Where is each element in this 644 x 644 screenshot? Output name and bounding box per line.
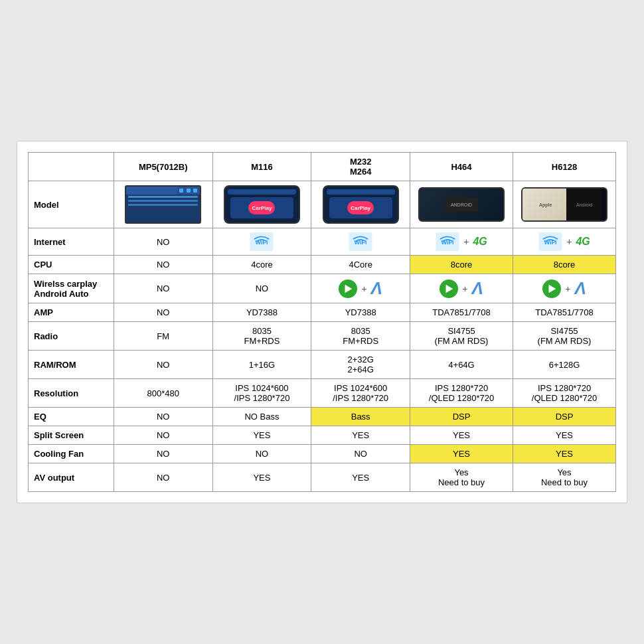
radio-m232: 8035FM+RDS [311,322,410,351]
play-icon-m232 [342,283,354,295]
ramrom-mp5: NO [114,351,212,379]
table-row-ramrom: RAM/ROM NO 1+16G 2+32G2+64G 4+64G 6+128G [29,351,616,379]
cpu-mp5: NO [114,256,212,274]
carplay-icons-m232: + Λ [314,278,407,299]
table-row-coolingfan: Cooling Fan NO NO NO YES YES [29,445,616,463]
model-h464: ANDROID [410,181,513,228]
g4-badge-h6128: 4G [576,236,590,248]
feature-label-coolingfan: Cooling Fan [29,445,114,463]
resolution-h464: IPS 1280*720/QLED 1280*720 [410,379,513,408]
feature-label-radio: Radio [29,322,114,351]
internet-h6128: WiFi + 4G [513,228,616,256]
ramrom-m116: 1+16G [212,351,311,379]
splitscreen-m232: YES [311,426,410,445]
model-m232: CarPlay [311,181,410,228]
table-header-row: MP5(7012B) M116 M232M264 H464 H6128 [29,153,616,181]
feature-label-carplay: Wirelss carplayAndroid Auto [29,274,114,303]
ramrom-h6128: 6+128G [513,351,616,379]
android-auto-icon-m232: Λ [371,278,382,299]
ramrom-m232: 2+32G2+64G [311,351,410,379]
feature-label-internet: Internet [29,228,114,256]
amp-h464: TDA7851/7708 [410,303,513,322]
eq-m116: NO Bass [212,408,311,426]
splitscreen-m116: YES [212,426,311,445]
android-auto-icon-h6128: Λ [574,278,586,299]
internet-mp5: NO [114,228,212,256]
comparison-table-wrapper: MP5(7012B) M116 M232M264 H464 H6128 Mode [17,141,627,503]
eq-h6128: DSP [513,408,616,426]
avoutput-m116: YES [212,463,311,492]
eq-h464: DSP [410,408,513,426]
resolution-mp5: 800*480 [114,379,212,408]
model-m116: CarPlay [212,181,311,228]
carplay-m232: + Λ [311,274,410,303]
play-icon-h464 [443,283,455,295]
wifi-4g-cell-h6128: WiFi + 4G [516,232,613,251]
table-row-radio: Radio FM 8035FM+RDS 8035FM+RDS SI4755(FM… [29,322,616,351]
android-auto-icon-h464: Λ [471,278,483,299]
coolingfan-m116: NO [212,445,311,463]
coolingfan-h6128: YES [513,445,616,463]
carplay-icon-h464 [440,280,458,298]
plus-sign-h464: + [463,236,469,247]
col-m116: M116 [212,153,311,181]
amp-mp5: NO [114,303,212,322]
cpu-m116: 4core [212,256,311,274]
col-mp5: MP5(7012B) [114,153,212,181]
plus-sign-carplay-h464: + [462,283,467,294]
carplay-h464: + Λ [410,274,513,303]
internet-m116: WiFi [212,228,311,256]
table-row-internet: Internet NO WiFi [29,228,616,256]
feature-label-cpu: CPU [29,256,114,274]
avoutput-m232: YES [311,463,410,492]
play-icon-h6128 [546,283,558,295]
table-row-amp: AMP NO YD7388 YD7388 TDA7851/7708 TDA785… [29,303,616,322]
col-h464: H464 [410,153,513,181]
wifi-icon-m116: WiFi [250,232,274,251]
feature-label-splitscreen: Split Screen [29,426,114,445]
plus-sign-carplay-h6128: + [565,283,570,294]
carplay-icon-m232 [339,280,357,298]
carplay-icon-h6128 [542,280,561,298]
resolution-h6128: IPS 1280*720/QLED 1280*720 [513,379,616,408]
carplay-mp5: NO [114,274,212,303]
feature-label-avoutput: AV output [29,463,114,492]
resolution-m232: IPS 1024*600/IPS 1280*720 [311,379,410,408]
splitscreen-h6128: YES [513,426,616,445]
wifi-cell-m232: WiFi [314,232,407,251]
wifi-cell-m116: WiFi [216,232,309,251]
svg-marker-8 [345,284,353,293]
internet-m232: WiFi [311,228,410,256]
feature-label-model: Model [29,181,114,228]
radio-h6128: SI4755(FM AM RDS) [513,322,616,351]
feature-label-resolution: Resolution [29,379,114,408]
wifi-icon-m232: WiFi [349,232,372,251]
eq-mp5: NO [114,408,212,426]
coolingfan-m232: NO [311,445,410,463]
ramrom-h464: 4+64G [410,351,513,379]
model-mp5 [114,181,212,228]
carplay-icons-h464: + Λ [413,278,510,299]
avoutput-h464: YesNeed to buy [410,463,513,492]
col-feature [29,153,114,181]
comparison-table: MP5(7012B) M116 M232M264 H464 H6128 Mode [28,152,616,492]
resolution-m116: IPS 1024*600/IPS 1280*720 [212,379,311,408]
table-row-model: Model [29,181,616,228]
col-h6128: H6128 [513,153,616,181]
g4-badge-h464: 4G [473,236,487,248]
splitscreen-h464: YES [410,426,513,445]
table-row-resolution: Resolution 800*480 IPS 1024*600/IPS 1280… [29,379,616,408]
carplay-m116: NO [212,274,311,303]
table-row-cpu: CPU NO 4core 4Core 8core 8core [29,256,616,274]
amp-h6128: TDA7851/7708 [513,303,616,322]
feature-label-amp: AMP [29,303,114,322]
table-row-avoutput: AV output NO YES YES YesNeed to buy YesN… [29,463,616,492]
coolingfan-h464: YES [410,445,513,463]
wifi-icon-h6128: WiFi [538,232,562,251]
splitscreen-mp5: NO [114,426,212,445]
cpu-h464: 8core [410,256,513,274]
plus-sign-h6128: + [566,236,572,247]
carplay-icons-h6128: + Λ [516,278,613,299]
table-row-splitscreen: Split Screen NO YES YES YES YES [29,426,616,445]
table-row-carplay: Wirelss carplayAndroid Auto NO NO + Λ [29,274,616,303]
